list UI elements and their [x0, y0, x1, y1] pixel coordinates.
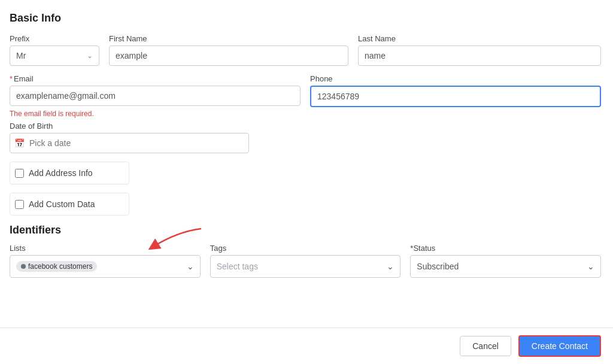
row-email-phone: *Email Phone: [10, 74, 601, 107]
status-value: Subscribed: [417, 262, 459, 271]
phone-label: Phone: [310, 74, 601, 83]
tags-placeholder: Select tags: [217, 262, 258, 271]
lists-tag-chip: facebook customers: [16, 261, 97, 272]
red-arrow-icon: [141, 226, 213, 250]
basic-info-title: Basic Info: [10, 12, 601, 25]
identifiers-section: Identifiers Lists: [10, 224, 601, 278]
email-error: The email field is required.: [10, 110, 601, 118]
lastname-label: Last Name: [358, 34, 601, 43]
email-required-marker: *: [10, 74, 13, 83]
email-input[interactable]: [10, 86, 301, 106]
content-area: Basic Info Prefix Mr ⌄ First Name Last N…: [0, 0, 613, 327]
firstname-label: First Name: [109, 34, 348, 43]
firstname-group: First Name: [109, 34, 348, 66]
add-address-checkbox[interactable]: [15, 169, 24, 178]
add-address-label: Add Address Info: [29, 168, 93, 178]
email-label: *Email: [10, 74, 301, 83]
footer-bar: Cancel Create Contact: [0, 327, 613, 364]
tags-chevron-icon: ⌄: [387, 262, 394, 271]
row-dob: Date of Birth 📅: [10, 122, 601, 153]
add-custom-data-row[interactable]: Add Custom Data: [10, 193, 129, 216]
lists-chip-label: facebook customers: [28, 262, 92, 271]
prefix-group: Prefix Mr ⌄: [10, 34, 99, 66]
calendar-icon: 📅: [14, 138, 25, 148]
prefix-chevron-icon: ⌄: [87, 51, 93, 60]
status-label: *Status: [410, 244, 601, 253]
create-contact-button[interactable]: Create Contact: [518, 335, 601, 357]
lastname-input[interactable]: [358, 46, 601, 66]
prefix-label: Prefix: [10, 34, 99, 43]
firstname-input[interactable]: [109, 46, 348, 66]
add-custom-data-checkbox[interactable]: [15, 200, 24, 209]
phone-group: Phone: [310, 74, 601, 107]
lists-chip-dot: [21, 264, 26, 269]
lastname-group: Last Name: [358, 34, 601, 66]
add-address-row[interactable]: Add Address Info: [10, 162, 129, 184]
lists-chevron-icon: ⌄: [187, 262, 194, 271]
prefix-value: Mr: [16, 51, 26, 60]
phone-input[interactable]: [310, 86, 601, 107]
row-name: Prefix Mr ⌄ First Name Last Name: [10, 34, 601, 66]
identifiers-row: Lists facebook customers ⌄ Tags: [10, 244, 601, 278]
tags-group: Tags Select tags ⌄: [210, 244, 401, 278]
email-group: *Email: [10, 74, 301, 106]
status-group: *Status Subscribed ⌄: [410, 244, 601, 278]
dob-input-wrapper: 📅: [10, 133, 249, 153]
dob-group: Date of Birth 📅: [10, 122, 249, 153]
lists-chip-wrapper: facebook customers: [16, 261, 97, 272]
prefix-select[interactable]: Mr ⌄: [10, 46, 99, 66]
status-chevron-icon: ⌄: [587, 262, 594, 271]
dob-input[interactable]: [10, 133, 249, 153]
lists-select[interactable]: facebook customers ⌄: [10, 255, 201, 278]
status-select[interactable]: Subscribed ⌄: [410, 255, 601, 278]
cancel-button[interactable]: Cancel: [460, 336, 511, 356]
add-custom-data-label: Add Custom Data: [29, 199, 95, 209]
page-wrapper: Basic Info Prefix Mr ⌄ First Name Last N…: [0, 0, 613, 364]
identifiers-title: Identifiers: [10, 224, 601, 236]
dob-label: Date of Birth: [10, 122, 249, 131]
tags-label: Tags: [210, 244, 401, 253]
tags-select[interactable]: Select tags ⌄: [210, 255, 401, 278]
